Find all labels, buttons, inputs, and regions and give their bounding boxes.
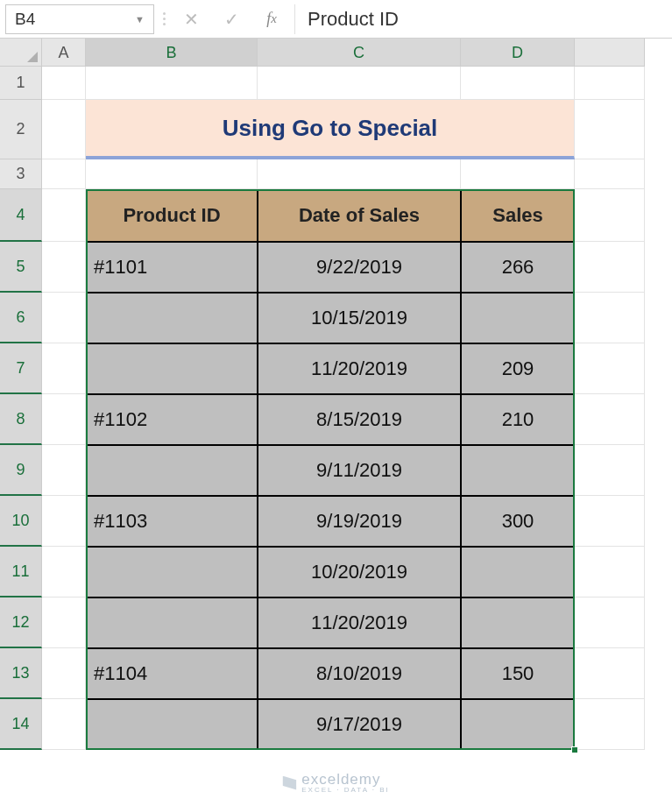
cell[interactable] (42, 597, 86, 648)
row-header-5[interactable]: 5 (0, 242, 42, 293)
cell-date[interactable]: 11/20/2019 (258, 597, 461, 648)
selection-handle[interactable] (571, 746, 578, 753)
cell[interactable] (42, 189, 86, 242)
cell-product-id[interactable] (86, 293, 258, 343)
cell-sales[interactable]: 300 (461, 496, 575, 547)
cell[interactable] (42, 648, 86, 699)
cell-sales[interactable]: 266 (461, 242, 575, 293)
cell-sales[interactable] (461, 547, 575, 597)
cell[interactable] (575, 547, 645, 597)
cell-product-id[interactable] (86, 597, 258, 648)
cell[interactable] (575, 189, 645, 242)
cell-sales[interactable] (461, 293, 575, 343)
cell[interactable] (575, 100, 645, 159)
cell[interactable] (575, 293, 645, 343)
row-header-7[interactable]: 7 (0, 343, 42, 394)
name-box[interactable]: B4 ▼ (5, 4, 154, 34)
cell-product-id[interactable]: #1102 (86, 394, 258, 445)
cell[interactable] (258, 67, 461, 100)
cell[interactable] (461, 159, 575, 189)
cell[interactable] (575, 699, 645, 750)
fx-icon[interactable]: fx (254, 4, 289, 34)
row-header-1[interactable]: 1 (0, 67, 42, 100)
col-header-b[interactable]: B (86, 39, 258, 67)
table-header[interactable]: Product ID (86, 189, 258, 242)
cell[interactable] (575, 67, 645, 100)
cell[interactable] (86, 159, 258, 189)
table-row: #11039/19/2019300 (42, 496, 672, 547)
cell-sales[interactable]: 150 (461, 648, 575, 699)
cell-product-id[interactable]: #1104 (86, 648, 258, 699)
row-header-8[interactable]: 8 (0, 394, 42, 445)
cell[interactable] (42, 699, 86, 750)
row-header-3[interactable]: 3 (0, 159, 42, 189)
confirm-icon[interactable]: ✓ (214, 4, 249, 34)
cell[interactable] (42, 445, 86, 496)
cell-sales[interactable] (461, 445, 575, 496)
cell-date[interactable]: 8/15/2019 (258, 394, 461, 445)
cell[interactable] (575, 242, 645, 293)
row-header-11[interactable]: 11 (0, 547, 42, 597)
cell-date[interactable]: 11/20/2019 (258, 343, 461, 394)
col-header-blank[interactable] (575, 39, 645, 67)
cell-date[interactable]: 9/17/2019 (258, 699, 461, 750)
cell-product-id[interactable]: #1101 (86, 242, 258, 293)
col-header-d[interactable]: D (461, 39, 575, 67)
cell[interactable] (461, 67, 575, 100)
col-header-a[interactable]: A (42, 39, 86, 67)
cell[interactable] (42, 547, 86, 597)
cell[interactable] (42, 67, 86, 100)
cell[interactable] (575, 648, 645, 699)
cell[interactable] (258, 159, 461, 189)
table-header[interactable]: Date of Sales (258, 189, 461, 242)
row-header-10[interactable]: 10 (0, 496, 42, 547)
cell[interactable] (42, 293, 86, 343)
cell[interactable] (575, 159, 645, 189)
row-header-4[interactable]: 4 (0, 189, 42, 242)
col-header-c[interactable]: C (258, 39, 461, 67)
row-header-6[interactable]: 6 (0, 293, 42, 343)
cell-product-id[interactable]: #1103 (86, 496, 258, 547)
row-header-9[interactable]: 9 (0, 445, 42, 496)
cells-area[interactable]: Using Go to Special Product ID Date of S… (42, 67, 672, 750)
cell[interactable] (42, 343, 86, 394)
cell[interactable] (86, 67, 258, 100)
cell[interactable] (42, 394, 86, 445)
cell-date[interactable]: 10/15/2019 (258, 293, 461, 343)
title-cell[interactable]: Using Go to Special (86, 100, 575, 159)
cell-sales[interactable]: 209 (461, 343, 575, 394)
cell-date[interactable]: 8/10/2019 (258, 648, 461, 699)
cell-date[interactable]: 10/20/2019 (258, 547, 461, 597)
cell[interactable] (575, 597, 645, 648)
cell[interactable] (42, 100, 86, 159)
cell-sales[interactable]: 210 (461, 394, 575, 445)
select-all-corner[interactable] (0, 39, 42, 67)
row-header-2[interactable]: 2 (0, 100, 42, 159)
cell-product-id[interactable] (86, 699, 258, 750)
cell[interactable] (42, 159, 86, 189)
cell-date[interactable]: 9/19/2019 (258, 496, 461, 547)
cell[interactable] (575, 445, 645, 496)
cell[interactable] (42, 496, 86, 547)
cell[interactable] (575, 496, 645, 547)
formula-input-value: Product ID (308, 8, 399, 31)
cancel-icon[interactable]: ✕ (173, 4, 209, 34)
watermark: exceldemy EXCEL · DATA · BI (282, 772, 390, 794)
table-row: 9/11/2019 (42, 445, 672, 496)
row-header-13[interactable]: 13 (0, 648, 42, 699)
cell-product-id[interactable] (86, 547, 258, 597)
cell[interactable] (42, 242, 86, 293)
chevron-down-icon[interactable]: ▼ (135, 14, 145, 25)
row-header-14[interactable]: 14 (0, 699, 42, 750)
cell[interactable] (575, 343, 645, 394)
cell-product-id[interactable] (86, 343, 258, 394)
cell-date[interactable]: 9/22/2019 (258, 242, 461, 293)
table-header[interactable]: Sales (461, 189, 575, 242)
row-header-12[interactable]: 12 (0, 597, 42, 648)
cell-sales[interactable] (461, 597, 575, 648)
cell-date[interactable]: 9/11/2019 (258, 445, 461, 496)
cell[interactable] (575, 394, 645, 445)
cell-product-id[interactable] (86, 445, 258, 496)
cell-sales[interactable] (461, 699, 575, 750)
formula-input[interactable]: Product ID (294, 4, 667, 34)
